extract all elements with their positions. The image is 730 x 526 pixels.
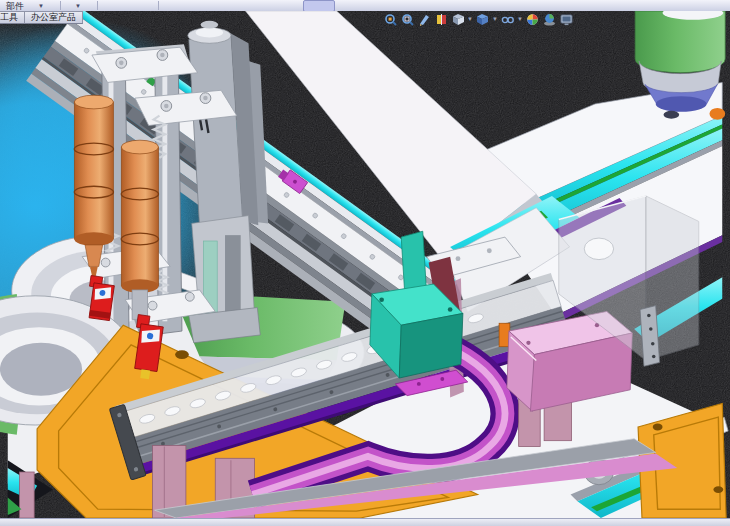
graphics-viewport[interactable]: ▼ ▼ ▼	[0, 11, 730, 518]
chevron-down-icon[interactable]: ▼	[75, 3, 81, 9]
headsup-view-toolbar: ▼ ▼ ▼	[383, 11, 574, 27]
edit-appearance-icon[interactable]	[526, 12, 540, 26]
chevron-down-icon[interactable]: ▼	[467, 16, 473, 22]
previous-view-icon[interactable]	[417, 12, 431, 26]
tab-tools[interactable]: 工具	[0, 11, 25, 24]
assembly-3d-scene[interactable]	[0, 11, 730, 518]
chevron-down-icon[interactable]: ▼	[492, 16, 498, 22]
fan-hole	[584, 238, 613, 260]
view-orientation-icon[interactable]	[451, 12, 465, 26]
toolbar-separator	[97, 1, 98, 10]
section-view-icon[interactable]	[434, 12, 448, 26]
apply-scene-icon[interactable]	[543, 12, 557, 26]
hide-show-items-icon[interactable]	[501, 12, 515, 26]
status-bar	[0, 518, 730, 526]
zoom-to-area-icon[interactable]	[400, 12, 414, 26]
command-label[interactable]: 部件	[6, 1, 24, 11]
view-settings-icon[interactable]	[560, 12, 574, 26]
toolbar-separator	[60, 1, 61, 10]
tab-office-products[interactable]: 办公室产品	[24, 11, 83, 24]
toolbar-separator	[158, 1, 159, 10]
chevron-down-icon[interactable]: ▼	[517, 16, 523, 22]
chevron-down-icon[interactable]: ▼	[38, 3, 44, 9]
cad-application-window: 部件 ▼ ▼ 工具 办公室产品	[0, 0, 730, 526]
zoom-to-fit-icon[interactable]	[383, 12, 397, 26]
display-style-icon[interactable]	[476, 12, 490, 26]
commandmanager-tabs: 工具 办公室产品	[0, 11, 83, 24]
orange-clip	[710, 108, 726, 120]
